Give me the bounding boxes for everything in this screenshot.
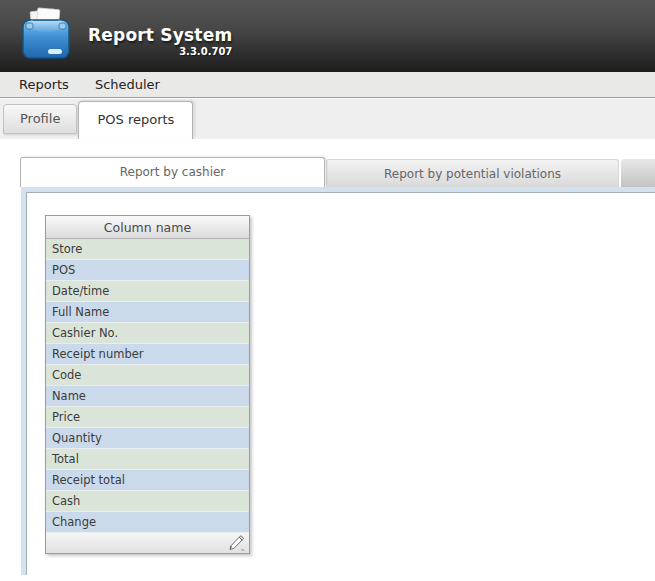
subtab-report-by-cashier[interactable]: Report by cashier [20,157,325,187]
table-row[interactable]: Cashier No. [46,323,249,344]
columns-table: Column name StorePOSDate/timeFull NameCa… [45,215,250,554]
columns-table-header: Column name [46,216,249,239]
app-title-block: Report System 3.3.0.707 [88,25,232,57]
table-row[interactable]: Cash [46,491,249,512]
table-row[interactable]: Change [46,512,249,533]
edit-pencil-icon[interactable] [227,535,245,552]
table-row[interactable]: Receipt total [46,470,249,491]
tab-profile[interactable]: Profile [3,104,77,134]
table-row[interactable]: Total [46,449,249,470]
table-row[interactable]: Code [46,365,249,386]
table-row[interactable]: Name [46,386,249,407]
columns-table-body: StorePOSDate/timeFull NameCashier No.Rec… [46,239,249,533]
columns-table-footer [46,533,249,553]
table-row[interactable]: Receipt number [46,344,249,365]
app-version: 3.3.0.707 [88,46,232,57]
pos-reports-content: Report by cashier Report by potential vi… [0,157,655,575]
menu-item-reports[interactable]: Reports [18,75,70,94]
app-window: Report System 3.3.0.707 Reports Schedule… [0,0,655,575]
table-row[interactable]: Date/time [46,281,249,302]
table-row[interactable]: Quantity [46,428,249,449]
report-system-logo-icon [20,7,72,63]
menu-item-scheduler[interactable]: Scheduler [94,75,161,94]
report-by-cashier-panel-inner: Column name StorePOSDate/timeFull NameCa… [26,192,655,575]
report-tabstrip: Report by cashier Report by potential vi… [0,157,655,187]
tab-pos-reports[interactable]: POS reports [78,101,193,139]
report-by-cashier-panel: Column name StorePOSDate/timeFull NameCa… [21,187,655,575]
subtab-report-by-potential-violations[interactable]: Report by potential violations [326,159,619,187]
tabstrip-filler [621,159,655,187]
table-row[interactable]: Full Name [46,302,249,323]
table-row[interactable]: Store [46,239,249,260]
table-row[interactable]: Price [46,407,249,428]
app-title: Report System [88,25,232,45]
menubar: Reports Scheduler [0,72,655,98]
table-row[interactable]: POS [46,260,249,281]
app-header: Report System 3.3.0.707 [0,0,655,72]
main-tabstrip: Profile POS reports [0,98,655,139]
